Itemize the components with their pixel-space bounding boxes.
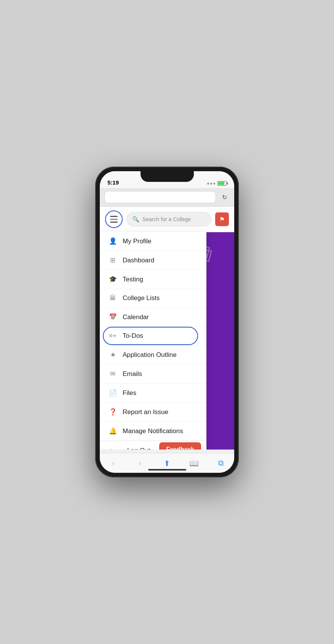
search-bar[interactable]: 🔍 Search for a College (126, 212, 211, 226)
notch (141, 171, 194, 182)
tabs-button[interactable]: ⧉ (213, 455, 229, 472)
menu-item-emails[interactable]: ✉ Emails (100, 365, 206, 384)
application-outline-icon: ★ (107, 351, 118, 359)
status-icons (207, 181, 227, 186)
menu-label-college-lists: College Lists (123, 294, 160, 302)
app-header: 🔍 Search for a College ⚑ (100, 207, 234, 232)
emails-icon: ✉ (107, 370, 118, 378)
menu-label-application-outline: Application Outline (123, 351, 177, 359)
search-placeholder: Search for a College (142, 216, 191, 222)
menu-item-files[interactable]: 📄 Files (100, 384, 206, 403)
signal-dot-3 (213, 183, 215, 185)
home-indicator[interactable] (148, 469, 186, 471)
hamburger-line-3 (110, 222, 118, 223)
menu-label-my-profile: My Profile (123, 238, 152, 245)
menu-item-calendar[interactable]: 📅 Calendar (100, 308, 206, 327)
college-lists-icon: 🏛 (107, 294, 118, 302)
menu-label-report-issue: Report an Issue (123, 408, 168, 416)
menu-label-manage-notifications: Manage Notifications (123, 427, 183, 435)
menu-item-my-profile[interactable]: 👤 My Profile (100, 232, 206, 251)
dashboard-icon: ⊞ (107, 256, 118, 264)
logout-left[interactable]: ↪ Log Out (107, 446, 150, 450)
menu-item-manage-notifications[interactable]: 🔔 Manage Notifications (100, 422, 206, 441)
menu-item-todos[interactable]: ≡+ To-Dos (100, 327, 206, 345)
menu-item-application-outline[interactable]: ★ Application Outline (100, 345, 206, 365)
testing-icon: 🎓 (107, 275, 118, 283)
menu-label-calendar: Calendar (123, 313, 149, 321)
forward-button[interactable]: › (132, 455, 149, 472)
hamburger-button[interactable] (105, 210, 123, 228)
menu-label-emails: Emails (123, 370, 142, 378)
status-time: 5:19 (107, 179, 119, 186)
logout-row: ↪ Log Out Feedback (100, 441, 206, 450)
menu-label-testing: Testing (123, 276, 143, 283)
report-issue-icon: ❓ (107, 408, 118, 416)
search-icon: 🔍 (132, 216, 139, 223)
back-button[interactable]: ‹ (105, 455, 121, 472)
hamburger-line-2 (110, 219, 118, 220)
refresh-button[interactable]: ↻ (219, 192, 230, 202)
menu-item-testing[interactable]: 🎓 Testing (100, 270, 206, 289)
app-content: 🔍 Search for a College ⚑ ⧉ ool ements 👤 (100, 207, 234, 450)
menu-item-report-issue[interactable]: ❓ Report an Issue (100, 403, 206, 422)
logout-icon: ↪ (107, 446, 118, 450)
url-bar[interactable] (104, 191, 216, 203)
phone-frame: 5:19 ↻ (95, 167, 239, 477)
signal-dot-2 (210, 183, 212, 185)
menu-label-files: Files (123, 389, 136, 397)
todos-icon: ≡+ (107, 332, 118, 340)
manage-notifications-icon: 🔔 (107, 427, 118, 435)
flag-button[interactable]: ⚑ (215, 212, 229, 226)
feedback-button[interactable]: Feedback (159, 442, 201, 450)
battery-icon (217, 181, 227, 186)
calendar-icon: 📅 (107, 313, 118, 321)
signal-dots (207, 183, 215, 185)
menu-label-todos: To-Dos (123, 332, 143, 340)
files-icon: 📄 (107, 389, 118, 397)
menu-label-dashboard: Dashboard (123, 257, 154, 264)
phone-screen: 5:19 ↻ (100, 171, 234, 473)
flag-icon: ⚑ (219, 216, 225, 223)
signal-dot-1 (207, 183, 209, 185)
menu-item-college-lists[interactable]: 🏛 College Lists (100, 289, 206, 308)
profile-icon: 👤 (107, 237, 118, 245)
bookmarks-button[interactable]: 📖 (185, 455, 202, 472)
battery-fill (218, 182, 224, 185)
hamburger-line-1 (110, 216, 118, 217)
menu-label-logout: Log Out (127, 447, 150, 450)
menu-item-dashboard[interactable]: ⊞ Dashboard (100, 251, 206, 270)
browser-bar: ↻ (100, 188, 234, 207)
dropdown-menu: 👤 My Profile ⊞ Dashboard 🎓 Testing 🏛 Col… (100, 232, 206, 450)
